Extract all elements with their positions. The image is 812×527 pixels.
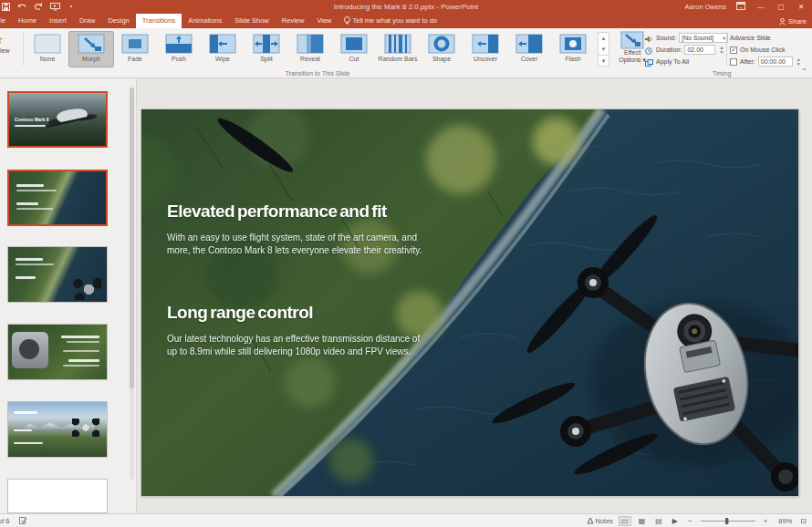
normal-view-button[interactable]: ▭ <box>619 517 630 525</box>
thumbnail-scrollbar[interactable] <box>130 88 134 480</box>
transition-gallery: None Morph Fade Push Wipe Split <box>26 32 595 67</box>
duration-spinbox[interactable]: 02.00 <box>684 45 715 55</box>
after-label: After: <box>740 58 755 65</box>
transition-wipe[interactable]: Wipe <box>201 32 245 67</box>
gallery-scroll-down-icon[interactable]: ▼ <box>599 44 609 55</box>
zoom-percentage[interactable]: 89% <box>776 517 792 525</box>
slide-thumbnail-2[interactable] <box>7 170 108 226</box>
tab-transitions[interactable]: Transitions <box>136 14 182 28</box>
transition-label: Cut <box>349 56 359 62</box>
tab-animations[interactable]: Animations <box>182 14 228 28</box>
preview-button[interactable]: ★ Preview <box>0 31 22 66</box>
transition-group-label: Transition to This Slide <box>26 70 609 77</box>
on-mouse-click-checkbox[interactable]: ✓ <box>730 46 737 54</box>
gallery-scroll-up-icon[interactable]: ▲ <box>599 33 609 44</box>
slide-thumbnail-5[interactable] <box>7 401 108 458</box>
notes-label: Notes <box>596 517 614 525</box>
slide-body-2[interactable]: Our latest technology has an effective t… <box>167 333 420 358</box>
advance-slide-group: Advance Slide ✓ On Mouse Click After: 00… <box>730 32 801 67</box>
after-spinbox[interactable]: 00:00.00 <box>758 57 793 67</box>
account-name[interactable]: Aaron Owens <box>685 3 726 11</box>
slide-body-1[interactable]: With an easy to use flight system, state… <box>167 232 422 257</box>
title-bar: Introducing the Mark 8 2.0.pptx - PowerP… <box>0 0 812 13</box>
transition-push[interactable]: Push <box>157 32 201 67</box>
duration-value: 02.00 <box>687 46 703 53</box>
minimize-button[interactable]: — <box>755 3 766 11</box>
slide-title-1[interactable]: Elevated performance and fit <box>167 202 387 222</box>
transition-label: Morph <box>82 56 100 62</box>
after-checkbox[interactable] <box>730 58 737 66</box>
transition-label: Fade <box>128 56 142 62</box>
apply-to-all-button[interactable]: Apply To All <box>656 58 689 65</box>
share-button[interactable]: Share <box>779 17 807 26</box>
tab-draw[interactable]: Draw <box>73 14 102 28</box>
after-spinner-arrows[interactable]: ▲▼ <box>796 57 801 67</box>
sound-label: Sound: <box>656 35 676 41</box>
slide-thumbnail-1[interactable]: Contoso Mark 8 <box>7 91 108 148</box>
sound-combobox[interactable]: [No Sound] ▾ <box>679 33 728 43</box>
tell-me-label: Tell me what you want to do <box>353 16 438 25</box>
slide-thumbnail-3[interactable] <box>7 246 108 303</box>
timing-group-label: Timing <box>644 70 799 77</box>
zoom-in-button[interactable]: + <box>762 517 770 525</box>
apply-to-all-icon <box>644 54 653 70</box>
slide-title-2[interactable]: Long range control <box>167 303 313 323</box>
ribbon-display-options-icon[interactable] <box>735 2 746 12</box>
fit-slide-to-window-icon[interactable]: ⊡ <box>798 517 808 525</box>
tab-design[interactable]: Design <box>101 14 135 28</box>
effect-options-label2: Options ▾ <box>619 57 646 64</box>
ribbon-transitions: ★ Preview None Morph Fade Push <box>0 28 812 78</box>
gallery-scrollbar[interactable]: ▲ ▼ ▼ <box>598 32 609 67</box>
on-mouse-click-label: On Mouse Click <box>740 46 785 53</box>
slide-sorter-view-button[interactable]: ▦ <box>637 517 648 525</box>
zoom-slider-handle[interactable] <box>725 518 728 524</box>
duration-spinner-arrows[interactable]: ▲▼ <box>719 46 724 55</box>
tab-view[interactable]: View <box>310 14 338 28</box>
powerpoint-window: Introducing the Mark 8 2.0.pptx - PowerP… <box>0 0 812 527</box>
transition-random-bars[interactable]: Random Bars <box>376 32 420 67</box>
transition-none[interactable]: None <box>26 32 69 67</box>
slide-thumbnail-4[interactable] <box>7 324 108 380</box>
transition-label: Split <box>260 56 273 62</box>
transition-cut[interactable]: Cut <box>332 32 376 67</box>
transition-flash[interactable]: Flash <box>551 32 595 67</box>
after-value: 00:00.00 <box>761 58 786 65</box>
slide-thumbnail-6[interactable] <box>7 479 108 513</box>
transition-uncover[interactable]: Uncover <box>463 32 507 67</box>
tab-insert[interactable]: Insert <box>43 14 73 28</box>
transition-morph[interactable]: Morph <box>69 32 113 67</box>
zoom-out-button[interactable]: − <box>686 517 694 525</box>
chevron-down-icon: ▾ <box>723 35 725 41</box>
tab-file[interactable]: File <box>0 14 12 28</box>
preview-label: Preview <box>0 47 19 54</box>
transition-label: Shape <box>432 56 451 62</box>
transition-reveal[interactable]: Reveal <box>288 32 332 67</box>
tab-home[interactable]: Home <box>12 14 43 28</box>
effect-options-label1: Effect <box>624 49 640 57</box>
reading-view-button[interactable]: ▤ <box>653 517 664 525</box>
tab-review[interactable]: Review <box>276 14 311 28</box>
status-bar: Slide 2 of 6 Notes ▭ ▦ ▤ ▶ − + 89% ⊡ <box>0 513 812 527</box>
transition-fade[interactable]: Fade <box>113 32 157 67</box>
slide-indicator: Slide 2 of 6 <box>0 517 10 525</box>
slideshow-view-button[interactable]: ▶ <box>671 517 680 525</box>
workspace: Contoso Mark 8 <box>0 78 812 513</box>
person-icon <box>779 18 786 26</box>
tab-slideshow[interactable]: Slide Show <box>228 14 276 28</box>
notes-button[interactable]: Notes <box>587 517 614 525</box>
tell-me-box[interactable]: Tell me what you want to do <box>338 14 443 28</box>
preview-star-icon: ★ <box>0 31 19 47</box>
restore-button[interactable]: ▢ <box>776 3 786 11</box>
collapse-ribbon-icon[interactable]: ⌃ <box>801 67 807 76</box>
transition-label: Push <box>172 56 186 62</box>
spell-check-icon[interactable] <box>19 516 27 526</box>
gallery-more-icon[interactable]: ▼ <box>599 55 609 67</box>
close-button[interactable]: ✕ <box>796 3 807 11</box>
duration-label: Duration: <box>656 46 682 53</box>
slide-thumbnail-panel: Contoso Mark 8 <box>0 78 137 513</box>
transition-split[interactable]: Split <box>245 32 288 67</box>
current-slide[interactable]: Elevated performance and fit With an eas… <box>141 109 798 496</box>
transition-cover[interactable]: Cover <box>507 32 551 67</box>
zoom-slider[interactable] <box>701 521 755 522</box>
transition-shape[interactable]: Shape <box>420 32 463 67</box>
